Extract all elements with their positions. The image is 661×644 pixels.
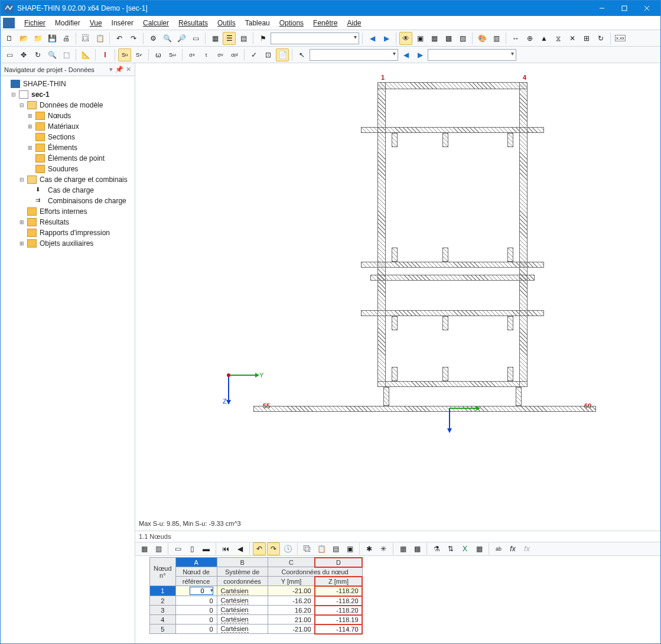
prev-icon[interactable]: ◀: [366, 32, 379, 45]
tree-pointel[interactable]: Éléments de point: [47, 154, 106, 162]
tree-welds[interactable]: Soudures: [47, 165, 79, 173]
su-icon[interactable]: Su: [118, 48, 131, 61]
loadcase-combo[interactable]: [271, 32, 359, 44]
sv-icon[interactable]: Sv: [132, 48, 145, 61]
tt-color2-icon[interactable]: ▩: [411, 542, 424, 555]
data-grid[interactable]: Nœud n° A B C D Nœud de Système de Coord…: [149, 557, 363, 634]
menu-file[interactable]: Fichier: [19, 18, 50, 28]
colors-icon[interactable]: 🎨: [476, 32, 489, 45]
zoom2-icon[interactable]: 🔍: [45, 48, 58, 61]
tt-ins-icon[interactable]: ▣: [343, 542, 356, 555]
tt-filter-icon[interactable]: ⚗: [430, 542, 443, 555]
menu-window[interactable]: Fenêtre: [308, 18, 342, 28]
table-row[interactable]: 4 0 Cartésien 21.00 -118.19: [150, 615, 363, 625]
element-combo[interactable]: [428, 49, 516, 61]
table-icon[interactable]: ☰: [223, 32, 236, 45]
tt-excel-icon[interactable]: X: [458, 542, 471, 555]
menu-view[interactable]: Vue: [85, 18, 107, 28]
tree-modeldata[interactable]: Données de modèle: [38, 101, 104, 109]
paste-icon[interactable]: 📋: [93, 32, 106, 45]
pin-icon[interactable]: ▾: [109, 66, 113, 73]
open-sub-icon[interactable]: 📁: [31, 32, 44, 45]
calculate-icon[interactable]: ⚙: [146, 32, 159, 45]
table-row[interactable]: 1 ▾ Cartésien -21.00 -118.20: [150, 586, 363, 596]
tree-results[interactable]: Résultats: [38, 218, 70, 226]
tt-fx-icon[interactable]: fx: [506, 542, 519, 555]
somega-icon[interactable]: Sω: [166, 48, 179, 61]
check-icon[interactable]: ✓: [248, 48, 261, 61]
menu-table[interactable]: Tableau: [240, 18, 275, 28]
save-icon[interactable]: 💾: [45, 32, 58, 45]
next2-icon[interactable]: ▶: [413, 48, 426, 61]
tt-sort-icon[interactable]: ⇅: [444, 542, 457, 555]
tree-internal[interactable]: Efforts internes: [38, 207, 88, 216]
tt-prev-icon[interactable]: ◀: [233, 542, 246, 555]
redo-icon[interactable]: ↷: [127, 32, 140, 45]
col-letter-a[interactable]: A: [175, 558, 217, 567]
settings2-icon[interactable]: ⊡: [262, 48, 275, 61]
mirror-v-icon[interactable]: ⧖: [552, 32, 565, 45]
table-row[interactable]: 5 0 Cartésien -21.00 -114.70: [150, 625, 363, 634]
tree-sections[interactable]: Sections: [47, 133, 76, 141]
print-icon[interactable]: 🖨: [60, 32, 73, 45]
display-opt1-icon[interactable]: ▣: [413, 32, 426, 45]
display-opt3-icon[interactable]: ▩: [442, 32, 455, 45]
tree-lc[interactable]: Cas de charge: [47, 186, 95, 194]
table-row[interactable]: 3 0 Cartésien 16.20 -118.20: [150, 606, 363, 615]
minimize-button[interactable]: [592, 2, 612, 14]
menu-options[interactable]: Options: [275, 18, 308, 28]
tt-copy-icon[interactable]: ⿻: [301, 542, 314, 555]
close-button[interactable]: [637, 2, 657, 14]
tree-lc-group[interactable]: Cas de charge et combinais: [38, 175, 129, 184]
tt-csv-icon[interactable]: ▦: [473, 542, 486, 555]
tt-t3-icon[interactable]: ▬: [200, 542, 213, 555]
measure-icon[interactable]: 📐: [79, 48, 92, 61]
results-combo[interactable]: [310, 49, 398, 61]
navigator-icon[interactable]: ▦: [209, 32, 222, 45]
menu-edit[interactable]: Modifier: [50, 18, 85, 28]
rotate3d-icon[interactable]: ↻: [31, 48, 44, 61]
sigma-v-icon[interactable]: σv: [214, 48, 227, 61]
cross-icon[interactable]: ✕: [566, 32, 579, 45]
rotate-icon[interactable]: ↻: [594, 32, 607, 45]
display-opt4-icon[interactable]: ▨: [456, 32, 469, 45]
new-file-icon[interactable]: 🗋: [3, 32, 16, 45]
table2-icon[interactable]: ▤: [237, 32, 250, 45]
tau-icon[interactable]: τ: [200, 48, 213, 61]
tree-nodes[interactable]: Nœuds: [47, 112, 72, 120]
col-letter-c[interactable]: C: [268, 558, 315, 567]
sigma-x-icon[interactable]: σx: [185, 48, 198, 61]
unpin-icon[interactable]: 📌: [115, 66, 123, 73]
tt-del-icon[interactable]: ▤: [329, 542, 342, 555]
tree-root[interactable]: SHAPE-THIN: [22, 80, 67, 88]
tt-t2-icon[interactable]: ▯: [185, 542, 198, 555]
tree-aux[interactable]: Objets auxiliaires: [38, 239, 95, 248]
edit-cell[interactable]: ▾: [175, 586, 217, 596]
tt-unmark-icon[interactable]: ✳: [377, 542, 390, 555]
project-tree[interactable]: SHAPE-THIN ⊟sec-1 ⊟Données de modèle ⊞Nœ…: [1, 76, 135, 643]
graphics-viewport[interactable]: 1 4 55 60: [135, 63, 660, 531]
tt-time-icon[interactable]: 🕓: [281, 542, 294, 555]
open-file-icon[interactable]: 📂: [17, 32, 30, 45]
pointer-icon[interactable]: ▭: [3, 48, 16, 61]
copy-icon[interactable]: ⿴: [79, 32, 92, 45]
maximize-button[interactable]: [614, 2, 634, 14]
zoom-extents-icon[interactable]: 🔎: [175, 32, 188, 45]
tt-redo-icon[interactable]: ↷: [267, 542, 280, 555]
display-opt2-icon[interactable]: ▦: [428, 32, 441, 45]
menu-calc[interactable]: Calculer: [138, 18, 174, 28]
menu-insert[interactable]: Insérer: [107, 18, 138, 28]
col-letter-d[interactable]: D: [315, 558, 362, 567]
pan-icon[interactable]: ✥: [17, 48, 30, 61]
next-icon[interactable]: ▶: [380, 32, 393, 45]
report-icon[interactable]: 📄: [276, 48, 289, 61]
numbers-icon[interactable]: x.xx: [614, 32, 627, 45]
edit-input[interactable]: [190, 587, 213, 595]
undo-icon[interactable]: ↶: [113, 32, 126, 45]
dim-icon[interactable]: ↔: [509, 32, 522, 45]
tree-elements[interactable]: Éléments: [47, 144, 79, 152]
i-section-icon[interactable]: I: [99, 48, 112, 61]
menu-help[interactable]: Aide: [342, 18, 366, 28]
tt-first-icon[interactable]: ⏮: [219, 542, 232, 555]
zoom-icon[interactable]: 🔍: [161, 32, 174, 45]
